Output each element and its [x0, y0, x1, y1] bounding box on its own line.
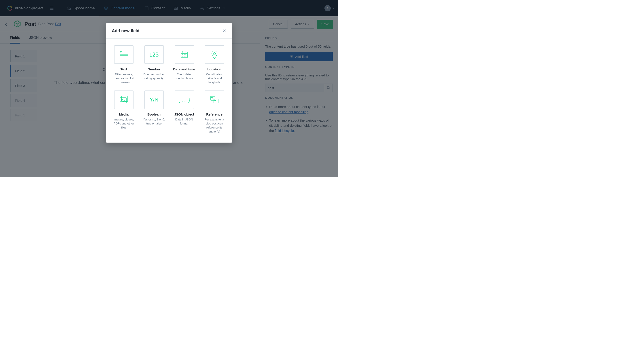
field-type-name: JSON object: [173, 112, 196, 116]
field-type-reference[interactable]: Reference For example, a blog post can r…: [203, 90, 226, 134]
field-type-location[interactable]: Location Coordinates: latitude and longi…: [203, 45, 226, 85]
field-type-name: Boolean: [142, 112, 166, 116]
close-icon[interactable]: ✕: [222, 28, 226, 33]
number-icon: 123: [144, 45, 164, 64]
field-type-media[interactable]: Media Images, videos, PDFs and other fil…: [112, 90, 135, 134]
field-type-name: Text: [112, 67, 135, 71]
field-type-boolean[interactable]: Y/N Boolean Yes or no, 1 or 0, true or f…: [142, 90, 166, 134]
field-type-name: Number: [142, 67, 166, 71]
media-icon: [114, 90, 134, 109]
field-type-desc: Yes or no, 1 or 0, true or false: [142, 118, 166, 126]
reference-icon: [205, 90, 224, 109]
svg-point-16: [121, 99, 122, 100]
field-type-number[interactable]: 123 Number ID, order number, rating, qua…: [142, 45, 166, 85]
field-type-desc: Event date, opening hours: [173, 72, 196, 80]
svg-point-10: [182, 56, 183, 56]
modal-title: Add new field: [112, 28, 140, 33]
field-type-desc: Images, videos, PDFs and other files: [112, 118, 135, 130]
field-type-desc: Coordinates: latitude and longitude: [203, 72, 226, 85]
field-type-desc: Titles, names, paragraphs, list of names: [112, 72, 135, 85]
svg-rect-15: [120, 98, 126, 103]
svg-point-9: [186, 54, 186, 55]
field-type-desc: For example, a blog post can reference i…: [203, 118, 226, 134]
field-type-name: Media: [112, 112, 135, 116]
svg-point-8: [184, 54, 184, 55]
field-type-datetime[interactable]: Date and time Event date, opening hours: [173, 45, 196, 85]
svg-point-12: [186, 56, 186, 56]
field-type-desc: Data in JSON format: [173, 118, 196, 126]
field-type-desc: ID, order number, rating, quantity: [142, 72, 166, 80]
field-type-name: Reference: [203, 112, 226, 116]
json-icon: { … }: [175, 90, 194, 109]
text-icon: [114, 45, 134, 64]
field-type-text[interactable]: Text Titles, names, paragraphs, list of …: [112, 45, 135, 85]
field-type-json[interactable]: { … } JSON object Data in JSON format: [173, 90, 196, 134]
svg-point-13: [213, 52, 216, 55]
field-type-name: Location: [203, 67, 226, 71]
pin-icon: [205, 45, 224, 64]
svg-point-19: [212, 97, 212, 98]
svg-point-11: [184, 56, 184, 56]
add-field-modal: Add new field ✕ Text Titles, names, para…: [106, 23, 232, 143]
calendar-icon: [175, 45, 194, 64]
svg-point-7: [182, 54, 183, 55]
field-type-name: Date and time: [173, 67, 196, 71]
boolean-icon: Y/N: [144, 90, 164, 109]
